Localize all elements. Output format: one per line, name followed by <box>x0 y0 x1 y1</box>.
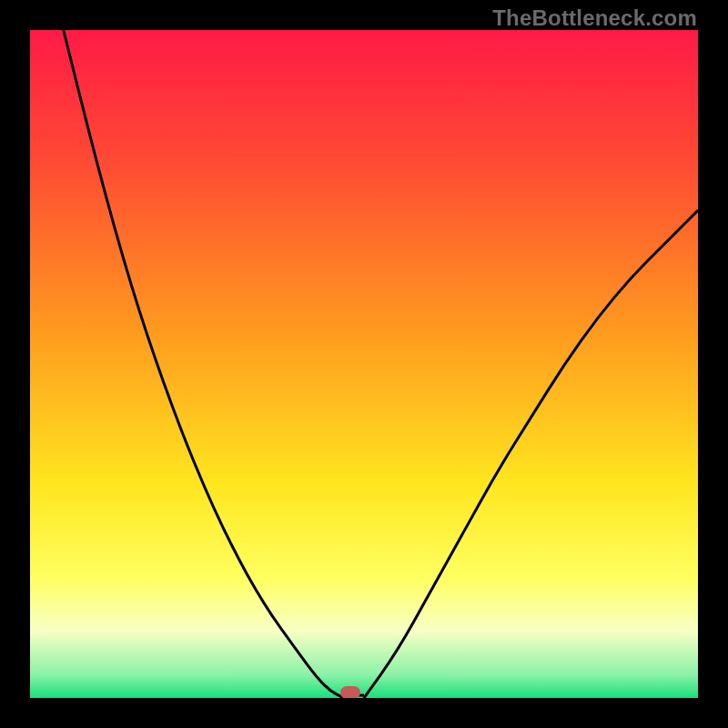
minimum-marker <box>340 686 360 698</box>
chart-frame: TheBottleneck.com <box>0 0 728 728</box>
curve-left-branch <box>64 30 344 698</box>
plot-area <box>30 30 698 698</box>
curve-right-branch <box>364 210 698 698</box>
bottleneck-curve <box>30 30 698 698</box>
watermark-text: TheBottleneck.com <box>492 5 697 31</box>
